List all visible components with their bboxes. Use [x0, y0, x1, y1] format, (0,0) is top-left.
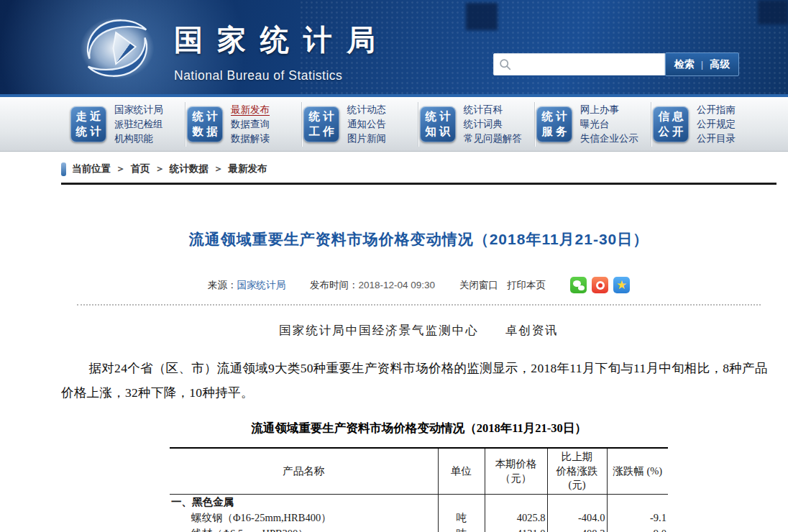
table-cell [547, 494, 607, 510]
search-submit-button[interactable]: 检索 [674, 58, 695, 71]
site-names: 国家统计局 National Bureau of Statistics [174, 10, 390, 83]
source-link[interactable]: 国家统计局 [237, 280, 285, 290]
pubtime-value: 2018-12-04 09:30 [358, 280, 435, 290]
nav-link[interactable]: 统计动态 [347, 104, 386, 116]
advanced-search-button[interactable]: 高级 [710, 58, 730, 71]
breadcrumb-item-statistics-data[interactable]: 统计数据 [170, 162, 209, 175]
nav-links: 最新发布数据查询数据解读 [231, 104, 270, 145]
meta-source: 来源：国家统计局 [208, 279, 285, 292]
source-label: 来源： [208, 280, 237, 290]
wechat-icon[interactable] [570, 277, 587, 293]
table-cell: -9.0 [607, 526, 668, 532]
nav-link[interactable]: 数据解读 [231, 132, 270, 145]
search-buttons: 检索 | 高级 [665, 52, 739, 76]
page-title: 流通领域重要生产资料市场价格变动情况（2018年11月21-30日） [61, 229, 776, 249]
nav-badge[interactable]: 信息 公开 [653, 106, 689, 142]
nav-link[interactable]: 网上办事 [580, 104, 638, 116]
nav-badge[interactable]: 统计 知识 [420, 106, 456, 142]
article-paragraph: 据对24个省（区、市）流通领域9大类50种重要生产资料市场价格的监测显示，201… [61, 356, 776, 405]
table-cell: -404.0 [547, 510, 607, 526]
nav-links: 统计百科统计词典常见问题解答 [464, 104, 522, 145]
table-cell: -9.1 [607, 510, 668, 526]
meta-actions: 关闭窗口 打印本页 [459, 279, 546, 292]
article: 流通领域重要生产资料市场价格变动情况（2018年11月21-30日） 来源：国家… [61, 229, 776, 532]
table-cell: -408.3 [547, 526, 607, 532]
table-cell: 4131.0 [485, 526, 547, 532]
table-row: 线材（Φ6.5mm,HPB300）吨4131.0-408.3-9.0 [170, 526, 668, 532]
table-header-cell: 涨跌幅 (%) [607, 448, 668, 494]
table-cell [485, 494, 547, 510]
nav-link[interactable]: 曝光台 [580, 118, 638, 130]
site-logo-link[interactable]: 国家统计局 National Bureau of Statistics [78, 10, 390, 86]
nav-section: 统计 工作统计动态通知公告图片新闻 [302, 102, 418, 147]
nav-link[interactable]: 统计词典 [464, 118, 522, 130]
pubtime-label: 发布时间： [310, 280, 359, 290]
header-divider-rule [61, 183, 776, 185]
breadcrumb-separator: ＞ [116, 162, 126, 175]
search-area: 检索 | 高级 [493, 52, 739, 76]
nav-badge[interactable]: 统计 服务 [536, 106, 572, 142]
nav-section: 统计 服务网上办事曝光台失信企业公示 [535, 102, 651, 147]
table-cell: 吨 [438, 526, 485, 532]
nav-link[interactable]: 统计百科 [464, 104, 522, 116]
breadcrumb-item-home[interactable]: 首页 [131, 162, 150, 175]
magnifier-icon [499, 58, 511, 70]
nav-link[interactable]: 图片新闻 [347, 132, 386, 145]
dotted-divider [77, 304, 761, 306]
nav-badge[interactable]: 走近 统计 [70, 106, 106, 142]
nav-links: 统计动态通知公告图片新闻 [347, 104, 386, 145]
search-input[interactable] [516, 55, 659, 73]
nav-section: 统计 知识统计百科统计词典常见问题解答 [418, 102, 535, 147]
article-byline: 国家统计局中国经济景气监测中心 卓创资讯 [61, 323, 776, 339]
nav-link[interactable]: 数据查询 [231, 118, 270, 130]
nav-section: 走近 统计国家统计局派驻纪检组机构职能 [69, 102, 185, 147]
table-cell: 吨 [438, 510, 485, 526]
nav-link[interactable]: 国家统计局 [114, 104, 163, 116]
nav-link[interactable]: 常见问题解答 [464, 132, 522, 145]
price-table-body: 一、黑色金属螺纹钢（Φ16-25mm,HRB400）吨4025.8-404.0-… [170, 494, 668, 532]
nav-badge[interactable]: 统计 数据 [187, 106, 223, 142]
table-cell: 线材（Φ6.5mm,HPB300） [170, 526, 438, 532]
nav-section: 统计 数据最新发布数据查询数据解读 [185, 102, 302, 147]
nav-links: 公开指南公开规定公开目录 [697, 104, 736, 145]
search-button-divider: | [701, 59, 703, 70]
table-header-cell: 比上期 价格涨跌(元) [547, 448, 607, 494]
price-table-header-row: 产品名称单位本期价格 （元）比上期 价格涨跌(元)涨跌幅 (%) [170, 448, 668, 494]
site-title-en: National Bureau of Statistics [174, 68, 390, 83]
breadcrumb-prefix: 当前位置 [72, 162, 111, 175]
price-table: 产品名称单位本期价格 （元）比上期 价格涨跌(元)涨跌幅 (%) 一、黑色金属螺… [170, 447, 668, 532]
nav-links: 网上办事曝光台失信企业公示 [580, 104, 638, 145]
qzone-star-icon[interactable]: ★ [613, 277, 630, 293]
table-cell: 4025.8 [485, 510, 547, 526]
weibo-icon[interactable] [592, 277, 608, 293]
article-meta: 来源：国家统计局 发布时间：2018-12-04 09:30 关闭窗口 打印本页… [61, 277, 776, 293]
nav-link[interactable]: 通知公告 [347, 118, 386, 130]
breadcrumb-item-latest-release[interactable]: 最新发布 [229, 162, 267, 175]
table-cell [438, 494, 485, 510]
breadcrumb-separator: ＞ [214, 162, 224, 175]
table-header-cell: 本期价格 （元） [485, 448, 547, 494]
nav-links: 国家统计局派驻纪检组机构职能 [114, 104, 163, 145]
nav-link[interactable]: 派驻纪检组 [114, 118, 163, 130]
table-cell [607, 494, 668, 510]
nav-link[interactable]: 最新发布 [231, 104, 270, 116]
nav-link[interactable]: 失信企业公示 [580, 132, 638, 145]
nav-link[interactable]: 公开规定 [697, 118, 736, 130]
search-box [493, 53, 665, 75]
nav-badge[interactable]: 统计 工作 [303, 106, 339, 142]
nav-link[interactable]: 机构职能 [114, 132, 163, 145]
site-title-cn: 国家统计局 [174, 20, 390, 60]
breadcrumb-marker-icon [61, 162, 66, 176]
print-page-button[interactable]: 打印本页 [507, 279, 546, 292]
table-title: 流通领域重要生产资料市场价格变动情况（2018年11月21-30日） [61, 421, 776, 436]
table-header-cell: 产品名称 [170, 448, 438, 494]
close-window-button[interactable]: 关闭窗口 [459, 279, 498, 292]
price-table-head: 产品名称单位本期价格 （元）比上期 价格涨跌(元)涨跌幅 (%) [170, 448, 668, 494]
table-cell: 螺纹钢（Φ16-25mm,HRB400） [170, 510, 438, 526]
nav-link[interactable]: 公开目录 [697, 132, 736, 145]
table-cell: 一、黑色金属 [170, 494, 438, 510]
nav-link[interactable]: 公开指南 [697, 104, 736, 116]
table-row: 螺纹钢（Φ16-25mm,HRB400）吨4025.8-404.0-9.1 [170, 510, 668, 526]
breadcrumb: 当前位置 ＞ 首页 ＞ 统计数据 ＞ 最新发布 [61, 162, 776, 176]
nav-section: 信息 公开公开指南公开规定公开目录 [651, 102, 768, 147]
